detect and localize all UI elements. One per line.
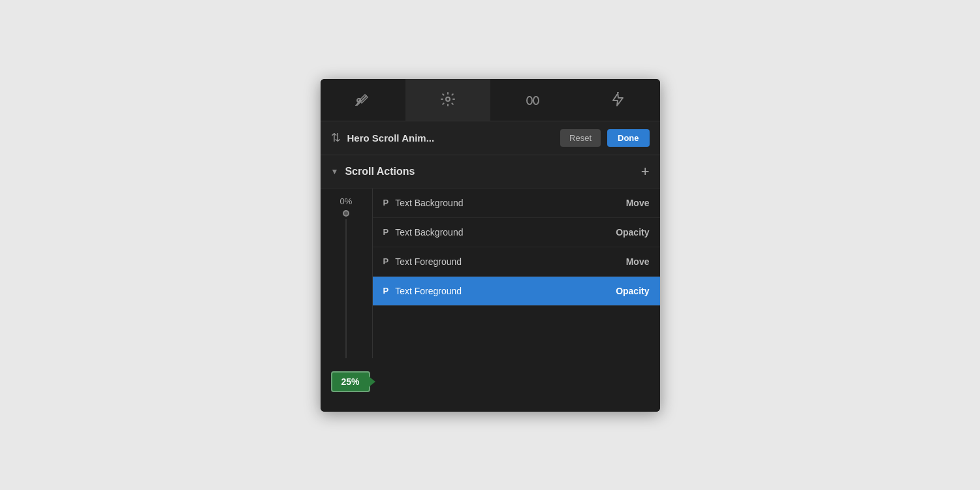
percent-badge-wrapper: 25%	[331, 371, 370, 392]
percent-badge[interactable]: 25%	[331, 371, 370, 392]
action-name-2: Text Background	[395, 227, 616, 237]
action-row-2[interactable]: P Text Background Opacity	[373, 218, 660, 247]
sort-icon: ⇅	[331, 130, 341, 145]
action-icon-2: P	[383, 227, 389, 237]
header-title: Hero Scroll Anim...	[347, 132, 554, 144]
timeline-line	[345, 219, 347, 358]
action-icon-4: P	[383, 286, 389, 296]
add-action-button[interactable]: +	[641, 164, 650, 179]
bottom-area: 25%	[321, 358, 660, 412]
action-name-4: Text Foreground	[395, 286, 616, 296]
section-chevron-icon: ▼	[331, 167, 339, 176]
action-name-3: Text Foreground	[395, 256, 626, 267]
tab-bar	[321, 79, 660, 121]
scroll-animation-panel: ⇅ Hero Scroll Anim... Reset Done ▼ Scrol…	[321, 79, 660, 412]
action-type-4: Opacity	[616, 286, 649, 296]
tab-drops[interactable]	[490, 79, 575, 121]
reset-button[interactable]: Reset	[560, 129, 601, 147]
action-name-1: Text Background	[395, 198, 626, 208]
action-icon-3: P	[383, 256, 389, 266]
section-title: Scroll Actions	[345, 166, 640, 177]
tab-gear[interactable]	[405, 79, 490, 121]
action-row-3[interactable]: P Text Foreground Move	[373, 247, 660, 277]
svg-point-0	[446, 97, 450, 101]
timeline-percent: 0%	[340, 196, 353, 206]
action-row-4[interactable]: P Text Foreground Opacity	[373, 277, 660, 306]
actions-list: P Text Background Move P Text Background…	[373, 189, 660, 358]
action-type-1: Move	[626, 198, 650, 208]
content-area: 0% P Text Background Move P Text Backgro…	[321, 189, 660, 358]
action-icon-1: P	[383, 198, 389, 207]
timeline-column: 0%	[321, 189, 373, 358]
tab-brush[interactable]	[321, 79, 405, 121]
header-row: ⇅ Hero Scroll Anim... Reset Done	[321, 121, 660, 155]
svg-point-2	[533, 97, 539, 104]
timeline-dot	[343, 210, 349, 217]
done-button[interactable]: Done	[607, 129, 650, 147]
tab-bolt[interactable]	[575, 79, 660, 121]
action-row-1[interactable]: P Text Background Move	[373, 189, 660, 218]
action-type-2: Opacity	[616, 227, 649, 237]
scroll-actions-section-header[interactable]: ▼ Scroll Actions +	[321, 155, 660, 189]
svg-point-1	[527, 97, 532, 104]
action-type-3: Move	[626, 256, 650, 267]
